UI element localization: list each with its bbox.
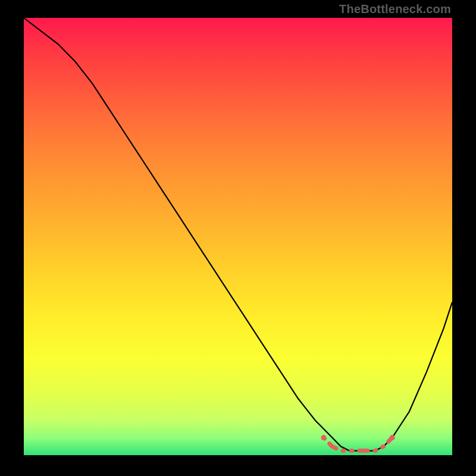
optimal-band-endpoint: [390, 435, 395, 440]
plot-area: [24, 18, 452, 455]
attribution-label: TheBottleneck.com: [339, 2, 451, 16]
optimal-band-endpoint: [321, 435, 327, 440]
chart-svg: [24, 18, 452, 455]
bottleneck-curve-path: [24, 18, 452, 451]
chart-frame: TheBottleneck.com: [0, 0, 476, 476]
